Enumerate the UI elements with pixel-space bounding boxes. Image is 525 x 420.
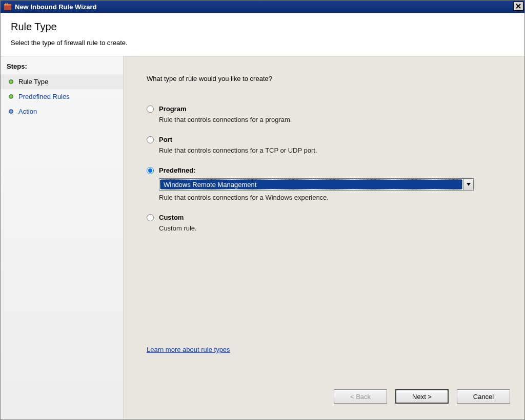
- cancel-button[interactable]: Cancel: [457, 389, 510, 404]
- option-custom: Custom Custom rule.: [147, 214, 504, 232]
- radio-program[interactable]: [147, 106, 154, 113]
- step-action[interactable]: Action: [1, 104, 123, 119]
- question-text: What type of rule would you like to crea…: [147, 75, 504, 82]
- learn-more-link[interactable]: Learn more about rule types: [147, 346, 230, 353]
- close-button[interactable]: [513, 2, 523, 11]
- radio-predefined[interactable]: [147, 167, 154, 174]
- option-label: Port: [159, 136, 172, 143]
- chevron-down-icon[interactable]: [463, 179, 473, 190]
- option-port: Port Rule that controls connections for …: [147, 136, 504, 154]
- bullet-icon: [9, 109, 13, 114]
- page-subtitle: Select the type of firewall rule to crea…: [11, 39, 514, 47]
- bullet-icon: [9, 94, 13, 99]
- step-label: Rule Type: [18, 78, 48, 86]
- option-label: Predefined:: [159, 166, 196, 174]
- option-program: Program Rule that controls connections f…: [147, 105, 504, 123]
- step-predefined-rules[interactable]: Predefined Rules: [1, 89, 123, 104]
- firewall-icon: [4, 3, 12, 11]
- learn-more: Learn more about rule types: [147, 346, 230, 353]
- predefined-dropdown[interactable]: Windows Remote Management: [159, 178, 474, 191]
- option-label: Custom: [159, 214, 184, 221]
- steps-heading: Steps:: [1, 62, 123, 74]
- step-rule-type: Rule Type: [1, 74, 123, 89]
- next-button[interactable]: Next >: [395, 389, 449, 404]
- option-desc: Custom rule.: [159, 224, 504, 232]
- step-link[interactable]: Predefined Rules: [18, 93, 70, 100]
- wizard-footer: < Back Next > Cancel: [334, 389, 510, 404]
- option-desc: Rule that controls connections for a TCP…: [159, 146, 504, 154]
- dropdown-selected: Windows Remote Management: [160, 179, 462, 190]
- wizard-header: Rule Type Select the type of firewall ru…: [1, 13, 524, 56]
- bullet-icon: [9, 79, 13, 84]
- option-label: Program: [159, 105, 186, 113]
- option-predefined: Predefined: Windows Remote Management Ru…: [147, 166, 504, 201]
- page-title: Rule Type: [11, 21, 514, 33]
- step-link[interactable]: Action: [18, 108, 37, 115]
- radio-port[interactable]: [147, 136, 154, 143]
- steps-sidebar: Steps: Rule Type Predefined Rules Action: [1, 56, 124, 420]
- radio-custom[interactable]: [147, 214, 154, 221]
- main-panel: What type of rule would you like to crea…: [124, 56, 524, 420]
- titlebar[interactable]: New Inbound Rule Wizard: [1, 1, 524, 13]
- option-desc: Rule that controls connections for a Win…: [159, 194, 504, 201]
- back-button[interactable]: < Back: [334, 389, 387, 404]
- option-desc: Rule that controls connections for a pro…: [159, 116, 504, 123]
- window-title: New Inbound Rule Wizard: [15, 3, 97, 11]
